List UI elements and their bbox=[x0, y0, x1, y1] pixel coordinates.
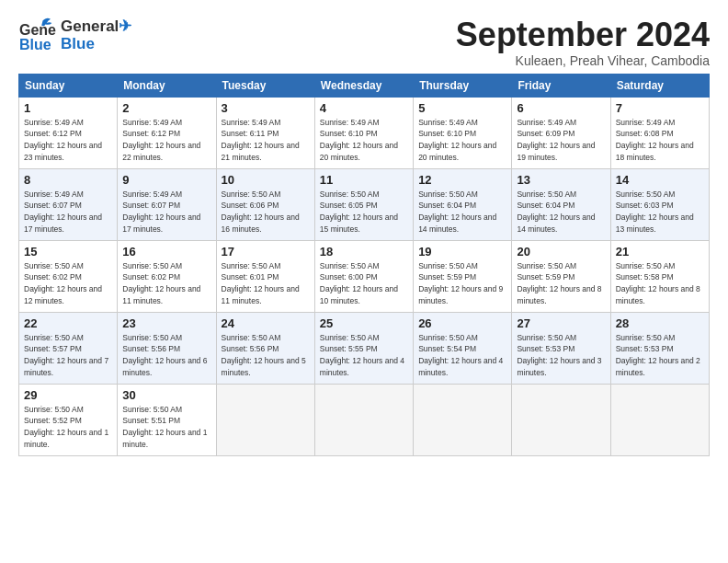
day-info: Sunrise: 5:50 AMSunset: 5:59 PMDaylight:… bbox=[418, 261, 503, 306]
day-cell-14: 14 Sunrise: 5:50 AMSunset: 6:03 PMDaylig… bbox=[610, 168, 709, 240]
day-number: 20 bbox=[517, 245, 605, 259]
day-info: Sunrise: 5:50 AMSunset: 5:53 PMDaylight:… bbox=[517, 333, 601, 378]
day-number: 3 bbox=[222, 101, 310, 115]
day-info: Sunrise: 5:49 AMSunset: 6:12 PMDaylight:… bbox=[122, 118, 200, 163]
day-info: Sunrise: 5:50 AMSunset: 5:56 PMDaylight:… bbox=[222, 333, 306, 378]
week-row-5: 29 Sunrise: 5:50 AMSunset: 5:52 PMDaylig… bbox=[19, 384, 710, 455]
col-header-thursday: Thursday bbox=[414, 74, 512, 97]
day-info: Sunrise: 5:50 AMSunset: 5:57 PMDaylight:… bbox=[24, 333, 108, 378]
month-title: September 2024 bbox=[456, 17, 710, 53]
page: General Blue General✈ Blue September 202… bbox=[0, 0, 728, 465]
day-info: Sunrise: 5:50 AMSunset: 6:02 PMDaylight:… bbox=[24, 261, 102, 306]
day-info: Sunrise: 5:50 AMSunset: 5:54 PMDaylight:… bbox=[418, 333, 503, 378]
col-header-sunday: Sunday bbox=[19, 74, 118, 97]
day-cell-22: 22 Sunrise: 5:50 AMSunset: 5:57 PMDaylig… bbox=[19, 312, 118, 384]
day-cell-28: 28 Sunrise: 5:50 AMSunset: 5:53 PMDaylig… bbox=[610, 312, 709, 384]
logo-line2: Blue bbox=[61, 36, 131, 53]
day-cell-4: 4 Sunrise: 5:49 AMSunset: 6:10 PMDayligh… bbox=[314, 97, 413, 168]
day-number: 22 bbox=[24, 316, 112, 330]
day-number: 24 bbox=[222, 316, 310, 330]
day-cell-17: 17 Sunrise: 5:50 AMSunset: 6:01 PMDaylig… bbox=[216, 240, 314, 312]
day-cell-3: 3 Sunrise: 5:49 AMSunset: 6:11 PMDayligh… bbox=[216, 97, 314, 168]
logo-line1: General✈ bbox=[61, 18, 131, 36]
day-number: 29 bbox=[24, 388, 112, 402]
day-number: 27 bbox=[517, 316, 605, 330]
day-number: 13 bbox=[517, 173, 605, 187]
day-cell-15: 15 Sunrise: 5:50 AMSunset: 6:02 PMDaylig… bbox=[19, 240, 118, 312]
day-info: Sunrise: 5:50 AMSunset: 5:51 PMDaylight:… bbox=[122, 405, 207, 450]
day-cell-11: 11 Sunrise: 5:50 AMSunset: 6:05 PMDaylig… bbox=[314, 168, 413, 240]
day-cell-21: 21 Sunrise: 5:50 AMSunset: 5:58 PMDaylig… bbox=[610, 240, 709, 312]
day-info: Sunrise: 5:49 AMSunset: 6:10 PMDaylight:… bbox=[320, 118, 398, 163]
day-number: 4 bbox=[320, 101, 408, 115]
logo: General Blue General✈ Blue bbox=[18, 17, 131, 55]
day-cell-30: 30 Sunrise: 5:50 AMSunset: 5:51 PMDaylig… bbox=[118, 384, 216, 455]
day-cell-25: 25 Sunrise: 5:50 AMSunset: 5:55 PMDaylig… bbox=[314, 312, 413, 384]
day-number: 11 bbox=[320, 173, 408, 187]
day-cell-8: 8 Sunrise: 5:49 AMSunset: 6:07 PMDayligh… bbox=[19, 168, 118, 240]
day-info: Sunrise: 5:49 AMSunset: 6:10 PMDaylight:… bbox=[418, 118, 496, 163]
day-cell-16: 16 Sunrise: 5:50 AMSunset: 6:02 PMDaylig… bbox=[118, 240, 216, 312]
logo-icon: General Blue bbox=[18, 17, 57, 55]
day-number: 12 bbox=[418, 173, 506, 187]
header: General Blue General✈ Blue September 202… bbox=[18, 17, 710, 68]
day-info: Sunrise: 5:50 AMSunset: 6:06 PMDaylight:… bbox=[222, 190, 300, 235]
title-area: September 2024 Kuleaen, Preah Vihear, Ca… bbox=[456, 17, 710, 68]
day-info: Sunrise: 5:50 AMSunset: 5:53 PMDaylight:… bbox=[616, 333, 700, 378]
day-info: Sunrise: 5:50 AMSunset: 6:03 PMDaylight:… bbox=[616, 190, 694, 235]
day-cell-6: 6 Sunrise: 5:49 AMSunset: 6:09 PMDayligh… bbox=[512, 97, 610, 168]
col-header-tuesday: Tuesday bbox=[216, 74, 314, 97]
day-number: 28 bbox=[616, 316, 704, 330]
week-row-1: 1 Sunrise: 5:49 AMSunset: 6:12 PMDayligh… bbox=[19, 97, 710, 168]
week-row-4: 22 Sunrise: 5:50 AMSunset: 5:57 PMDaylig… bbox=[19, 312, 710, 384]
col-header-friday: Friday bbox=[512, 74, 610, 97]
day-cell-29: 29 Sunrise: 5:50 AMSunset: 5:52 PMDaylig… bbox=[19, 384, 118, 455]
day-info: Sunrise: 5:49 AMSunset: 6:07 PMDaylight:… bbox=[122, 190, 200, 235]
day-number: 19 bbox=[418, 245, 506, 259]
day-number: 17 bbox=[222, 245, 310, 259]
empty-cell bbox=[314, 384, 413, 455]
day-number: 2 bbox=[122, 101, 210, 115]
day-cell-5: 5 Sunrise: 5:49 AMSunset: 6:10 PMDayligh… bbox=[414, 97, 512, 168]
day-number: 7 bbox=[616, 101, 704, 115]
day-number: 25 bbox=[320, 316, 408, 330]
svg-text:General: General bbox=[19, 22, 57, 38]
calendar-table: SundayMondayTuesdayWednesdayThursdayFrid… bbox=[18, 74, 710, 456]
day-cell-2: 2 Sunrise: 5:49 AMSunset: 6:12 PMDayligh… bbox=[118, 97, 216, 168]
day-info: Sunrise: 5:49 AMSunset: 6:08 PMDaylight:… bbox=[616, 118, 694, 163]
subtitle: Kuleaen, Preah Vihear, Cambodia bbox=[456, 53, 710, 68]
empty-cell bbox=[610, 384, 709, 455]
day-cell-24: 24 Sunrise: 5:50 AMSunset: 5:56 PMDaylig… bbox=[216, 312, 314, 384]
week-row-2: 8 Sunrise: 5:49 AMSunset: 6:07 PMDayligh… bbox=[19, 168, 710, 240]
day-number: 21 bbox=[616, 245, 704, 259]
day-info: Sunrise: 5:50 AMSunset: 5:59 PMDaylight:… bbox=[517, 261, 601, 306]
day-info: Sunrise: 5:50 AMSunset: 6:01 PMDaylight:… bbox=[222, 261, 300, 306]
day-number: 5 bbox=[418, 101, 506, 115]
day-number: 6 bbox=[517, 101, 605, 115]
day-cell-7: 7 Sunrise: 5:49 AMSunset: 6:08 PMDayligh… bbox=[610, 97, 709, 168]
col-header-monday: Monday bbox=[118, 74, 216, 97]
day-info: Sunrise: 5:49 AMSunset: 6:07 PMDaylight:… bbox=[24, 190, 102, 235]
col-header-wednesday: Wednesday bbox=[314, 74, 413, 97]
day-cell-13: 13 Sunrise: 5:50 AMSunset: 6:04 PMDaylig… bbox=[512, 168, 610, 240]
day-cell-23: 23 Sunrise: 5:50 AMSunset: 5:56 PMDaylig… bbox=[118, 312, 216, 384]
day-number: 10 bbox=[222, 173, 310, 187]
day-cell-27: 27 Sunrise: 5:50 AMSunset: 5:53 PMDaylig… bbox=[512, 312, 610, 384]
day-info: Sunrise: 5:50 AMSunset: 5:52 PMDaylight:… bbox=[24, 405, 108, 450]
day-number: 9 bbox=[122, 173, 210, 187]
day-number: 16 bbox=[122, 245, 210, 259]
day-number: 8 bbox=[24, 173, 112, 187]
day-number: 23 bbox=[122, 316, 210, 330]
day-info: Sunrise: 5:50 AMSunset: 5:58 PMDaylight:… bbox=[616, 261, 700, 306]
day-cell-18: 18 Sunrise: 5:50 AMSunset: 6:00 PMDaylig… bbox=[314, 240, 413, 312]
empty-cell bbox=[414, 384, 512, 455]
day-number: 15 bbox=[24, 245, 112, 259]
svg-text:Blue: Blue bbox=[19, 37, 51, 52]
day-info: Sunrise: 5:50 AMSunset: 6:04 PMDaylight:… bbox=[517, 190, 595, 235]
day-info: Sunrise: 5:50 AMSunset: 6:02 PMDaylight:… bbox=[122, 261, 200, 306]
day-cell-10: 10 Sunrise: 5:50 AMSunset: 6:06 PMDaylig… bbox=[216, 168, 314, 240]
calendar-header-row: SundayMondayTuesdayWednesdayThursdayFrid… bbox=[19, 74, 710, 97]
day-number: 1 bbox=[24, 101, 112, 115]
day-info: Sunrise: 5:50 AMSunset: 5:55 PMDaylight:… bbox=[320, 333, 404, 378]
empty-cell bbox=[216, 384, 314, 455]
